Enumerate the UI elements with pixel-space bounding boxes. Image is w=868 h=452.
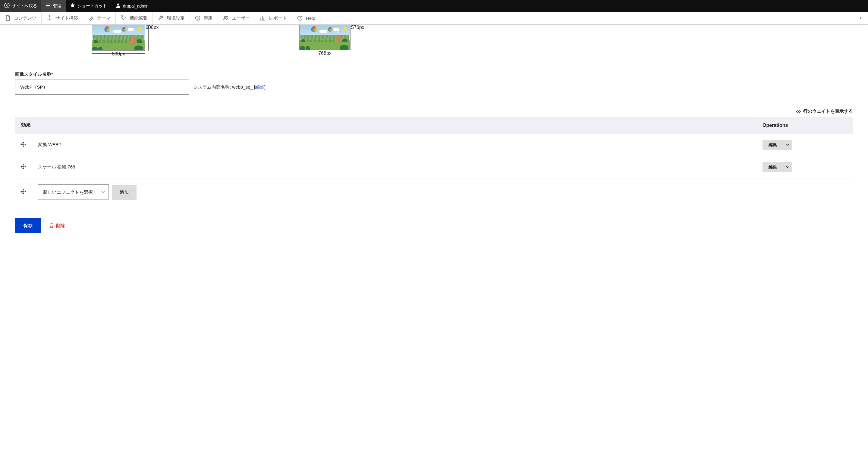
reports-icon [260,15,266,21]
form-actions: 保存 削除 [15,218,853,233]
machine-name-label: システム内部名称: [193,85,231,90]
preview-height-original: 600px [146,25,159,30]
image-style-name-input[interactable] [15,79,189,95]
svg-point-1 [117,4,119,6]
translate-icon [195,15,201,21]
edit-button[interactable]: 編集 [763,162,783,172]
star-icon [70,3,75,9]
svg-point-10 [300,19,300,20]
admin-menu: コンテンツ サイト構築 テーマ 機能拡張 環境設定 翻訳 ユーザー レポート H… [0,12,868,25]
admin-menu-people[interactable]: ユーザー [218,12,255,24]
content-icon [5,15,11,21]
svg-point-11 [798,111,799,112]
drag-handle-icon[interactable] [21,164,26,169]
appearance-icon [88,15,94,21]
extend-icon [121,15,127,21]
th-effect: 効果 [15,117,756,134]
svg-point-4 [49,19,50,20]
svg-point-3 [47,19,48,20]
preview-original: 600px 800px [92,25,149,58]
admin-menu-label: 環境設定 [167,15,185,21]
drag-handle-icon[interactable] [21,141,26,147]
effects-table: 効果 Operations 変換 WEBP 編集 [15,117,853,206]
add-effect-button[interactable]: 追加 [112,185,136,200]
admin-menu-label: Help [306,16,315,21]
image-style-name-label: 画像スタイル名称* [15,71,853,77]
admin-menu-label: レポート [269,15,287,21]
admin-menu-structure[interactable]: サイト構築 [41,12,83,24]
new-effect-select[interactable]: 新しいエフェクトを選択 [38,185,109,199]
collapse-icon [858,15,865,21]
back-icon [4,3,10,9]
save-button[interactable]: 保存 [15,218,41,233]
drag-handle-icon[interactable] [21,189,26,194]
preview-width-original: 800px [92,51,145,57]
edit-button[interactable]: 編集 [763,140,783,150]
shortcuts[interactable]: ショートカット [66,0,111,12]
admin-menu-extend[interactable]: 機能拡張 [116,12,153,24]
operations-dropbutton: 編集 [763,162,792,172]
label-text: 画像スタイル名称 [15,71,51,76]
collapse-toolbar[interactable] [855,12,868,24]
preview-styled: 576px 768px [299,25,354,58]
eye-icon [796,109,801,114]
machine-name-value: webp_sp_ [232,85,253,90]
admin-menu-help[interactable]: Help [292,12,320,24]
admin-menu-reports[interactable]: レポート [255,12,292,24]
back-label: サイトへ戻る [12,3,37,9]
required-marker: * [51,71,53,76]
admin-menu-appearance[interactable]: テーマ [83,12,116,24]
machine-name-edit-link[interactable]: 編集 [255,85,264,90]
preview-width-styled: 768px [299,51,350,56]
delete-link[interactable]: 削除 [50,223,65,229]
weights-toggle-label: 行のウェイトを表示する [803,108,853,114]
svg-point-8 [226,16,227,18]
svg-point-0 [4,3,9,8]
chevron-down-icon [786,166,789,168]
admin-menu-label: 機能拡張 [130,15,148,21]
user-icon [116,3,121,9]
manage-label: 管理 [53,3,61,9]
admin-menu-label: 翻訳 [204,15,213,21]
people-icon [223,15,229,21]
structure-icon [46,15,53,21]
effect-name: スケール 横幅 768 [32,156,756,179]
config-icon [158,15,164,21]
manage-toggle[interactable]: 管理 [41,0,66,12]
user-menu[interactable]: drupal_admin [111,0,153,12]
preview-image-styled [299,25,350,50]
shortcuts-label: ショートカット [78,3,107,9]
dropbutton-toggle[interactable] [783,162,792,172]
th-operations: Operations [756,117,853,134]
user-label: drupal_admin [123,4,149,8]
dropbutton-toggle[interactable] [783,140,792,150]
show-row-weights[interactable]: 行のウェイトを表示する [15,108,853,114]
admin-menu-label: テーマ [97,15,111,21]
admin-menu-configuration[interactable]: 環境設定 [153,12,190,24]
admin-menu-label: ユーザー [232,15,250,21]
delete-label: 削除 [56,223,65,229]
svg-point-2 [49,15,50,16]
trash-icon [50,223,54,229]
machine-name-block: システム内部名称: webp_sp_ [編集] [193,85,266,90]
hamburger-icon [45,3,51,9]
previews-row: 600px 800px [92,25,853,58]
admin-menu-translate[interactable]: 翻訳 [190,12,218,24]
admin-menu-label: サイト構築 [56,15,78,21]
operations-dropbutton: 編集 [763,140,792,150]
back-to-site[interactable]: サイトへ戻る [0,0,41,12]
help-icon [297,15,303,21]
table-row: スケール 横幅 768 編集 [15,156,853,179]
svg-point-5 [50,19,51,20]
table-row: 変換 WEBP 編集 [15,134,853,156]
content-area: 600px 800px [0,25,868,245]
form-section: 画像スタイル名称* システム内部名称: webp_sp_ [編集] [15,71,853,95]
effect-name: 変換 WEBP [32,134,756,156]
chevron-down-icon [786,144,789,146]
preview-height-styled: 576px [351,25,364,30]
svg-point-7 [224,16,226,18]
admin-menu-content[interactable]: コンテンツ [0,12,41,24]
preview-image-original [92,25,145,51]
top-bar: サイトへ戻る 管理 ショートカット drupal_admin [0,0,868,12]
add-effect-row: 新しいエフェクトを選択 追加 [15,179,853,206]
